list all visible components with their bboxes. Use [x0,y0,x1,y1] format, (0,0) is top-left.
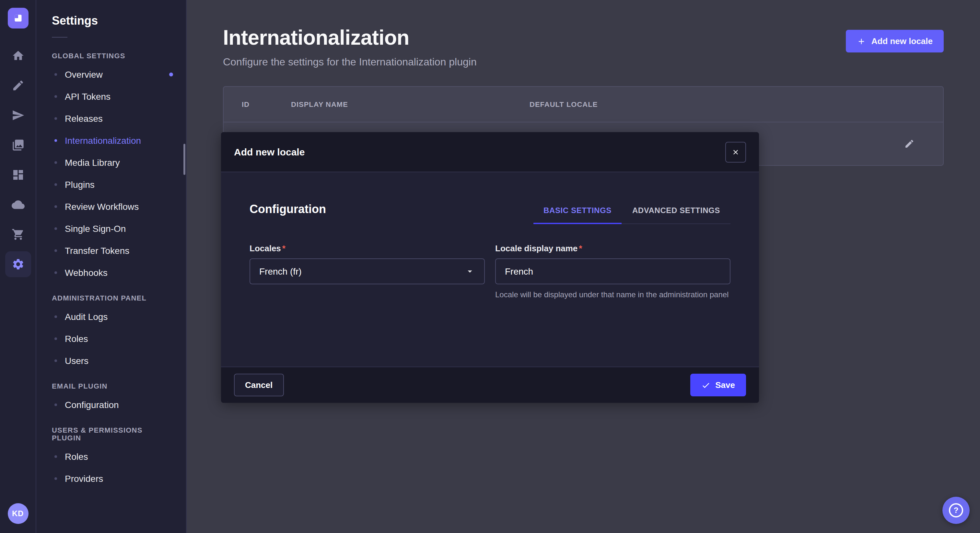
sidebar-item-label: Media Library [65,157,120,168]
bullet-icon [54,95,57,98]
locales-select[interactable]: French (fr) [250,259,485,284]
sidebar-item-api-tokens[interactable]: API Tokens [36,86,186,108]
strapi-logo[interactable] [8,8,28,29]
sidebar-item-email-configuration[interactable]: Configuration [36,394,186,416]
sidebar-item-up-providers[interactable]: Providers [36,468,186,490]
sidebar-item-label: Providers [65,473,103,484]
save-button[interactable]: Save [690,374,746,397]
settings-tabs: BASIC SETTINGS ADVANCED SETTINGS [533,200,730,224]
settings-sidebar: Settings GLOBAL SETTINGS Overview API To… [36,0,187,533]
locales-label-text: Locales [250,244,281,253]
sidebar-item-label: Roles [65,451,88,462]
sidebar-item-label: Releases [65,113,103,124]
tab-advanced-settings[interactable]: ADVANCED SETTINGS [622,200,730,224]
sidebar-item-label: Plugins [65,179,95,190]
modal-footer: Cancel Save [221,366,759,403]
marketplace-icon[interactable] [5,222,31,247]
display-name-label-text: Locale display name [495,244,578,253]
question-mark-icon: ? [949,503,963,517]
section-global-settings: GLOBAL SETTINGS Overview API Tokens Rele… [36,41,186,284]
display-name-hint: Locale will be displayed under that name… [495,289,730,301]
bullet-icon [54,205,57,208]
strapi-admin: KD Settings GLOBAL SETTINGS Overview API… [0,0,980,533]
sidebar-item-review-workflows[interactable]: Review Workflows [36,195,186,217]
cloud-icon[interactable] [5,192,31,217]
rail-items [5,43,31,277]
bullet-icon [54,183,57,186]
sidebar-item-label: Single Sign-On [65,224,126,234]
required-marker: * [282,244,285,253]
bullet-icon [54,359,57,362]
display-name-label: Locale display name* [495,244,730,253]
add-locale-modal: Add new locale Configuration BASIC SETTI… [221,132,759,403]
bullet-icon [54,227,57,230]
bullet-icon [54,403,57,406]
sidebar-item-releases[interactable]: Releases [36,108,186,130]
releases-icon[interactable] [5,102,31,128]
sidebar-item-label: Users [65,355,89,366]
sidebar-item-single-sign-on[interactable]: Single Sign-On [36,217,186,240]
bullet-icon [54,139,57,142]
sidebar-item-plugins[interactable]: Plugins [36,174,186,195]
bullet-icon [54,455,57,458]
notification-dot [169,73,173,76]
configuration-section-row: Configuration BASIC SETTINGS ADVANCED SE… [250,200,730,224]
section-label-global-settings: GLOBAL SETTINGS [36,41,186,63]
bullet-icon [54,316,57,318]
sidebar-item-label: Internationalization [65,135,141,146]
sidebar-item-webhooks[interactable]: Webhooks [36,262,186,284]
main-nav-rail: KD [0,0,36,533]
sidebar-item-label: API Tokens [65,91,110,102]
help-button[interactable]: ? [942,497,970,524]
display-name-field: Locale display name* Locale will be disp… [495,244,730,301]
section-users-permissions-plugin: USERS & PERMISSIONS PLUGIN Roles Provide… [36,416,186,490]
sidebar-item-admin-users[interactable]: Users [36,350,186,372]
sidebar-item-up-roles[interactable]: Roles [36,446,186,468]
sidebar-item-internationalization[interactable]: Internationalization [36,130,186,152]
sidebar-item-admin-roles[interactable]: Roles [36,328,186,350]
sidebar-item-transfer-tokens[interactable]: Transfer Tokens [36,240,186,262]
sidebar-item-media-library[interactable]: Media Library [36,152,186,174]
sidebar-item-label: Roles [65,333,88,344]
sidebar-item-overview[interactable]: Overview [36,63,186,86]
close-icon [732,148,740,156]
sidebar-item-audit-logs[interactable]: Audit Logs [36,306,186,328]
bullet-icon [54,338,57,340]
save-button-label: Save [715,380,735,390]
bullet-icon [54,477,57,480]
strapi-logo-mark [12,12,24,24]
user-avatar[interactable]: KD [8,503,28,524]
content-manager-icon[interactable] [5,73,31,98]
cancel-button[interactable]: Cancel [234,374,283,397]
settings-title-divider [52,37,67,38]
content-type-builder-icon[interactable] [5,162,31,188]
required-marker: * [579,244,582,253]
check-icon [701,381,710,390]
tab-basic-settings[interactable]: BASIC SETTINGS [533,200,622,224]
section-administration-panel: ADMINISTRATION PANEL Audit Logs Roles Us… [36,284,186,372]
settings-icon[interactable] [5,251,31,277]
media-library-icon[interactable] [5,132,31,158]
modal-header: Add new locale [221,132,759,172]
sidebar-item-label: Webhooks [65,268,108,278]
bullet-icon [54,249,57,252]
settings-title: Settings [36,14,186,28]
section-label-email-plugin: EMAIL PLUGIN [36,372,186,394]
home-icon[interactable] [5,43,31,69]
locales-select-value: French (fr) [259,266,302,276]
section-email-plugin: EMAIL PLUGIN Configuration [36,372,186,416]
close-button[interactable] [725,141,746,162]
modal-body: Configuration BASIC SETTINGS ADVANCED SE… [221,172,759,366]
bullet-icon [54,73,57,76]
configuration-heading: Configuration [250,203,326,224]
bullet-icon [54,271,57,274]
section-label-administration-panel: ADMINISTRATION PANEL [36,284,186,306]
sidebar-item-label: Audit Logs [65,311,108,322]
scrollbar-thumb[interactable] [183,144,185,175]
chevron-down-icon [465,266,475,276]
section-label-users-permissions-plugin: USERS & PERMISSIONS PLUGIN [36,416,186,446]
locale-form: Locales* French (fr) Locale display name… [250,244,730,301]
locales-label: Locales* [250,244,485,253]
sidebar-item-label: Transfer Tokens [65,246,129,256]
display-name-input[interactable] [495,259,730,284]
